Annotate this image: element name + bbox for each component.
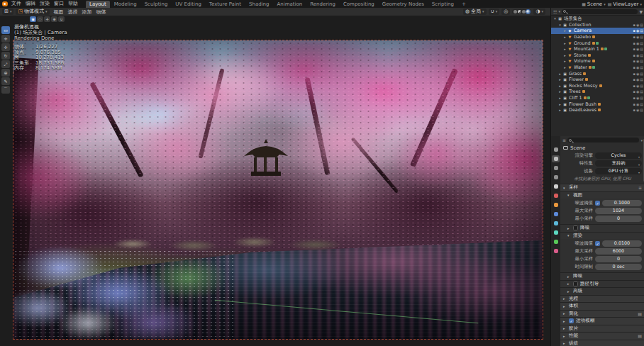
checkbox-icon[interactable]: ▪ xyxy=(633,108,635,112)
annotate-tool-button[interactable]: ✎ xyxy=(1,77,10,85)
properties-tab-world[interactable] xyxy=(552,192,560,199)
eye-icon[interactable]: ◉ xyxy=(636,65,639,69)
properties-tab-physics[interactable] xyxy=(552,229,560,236)
workspace-tab-rendering[interactable]: Rendering xyxy=(306,1,339,8)
editor-type-button[interactable]: ⊞ ▾ xyxy=(2,9,13,15)
eye-icon[interactable]: ◉ xyxy=(636,53,639,57)
properties-editor[interactable]: ≡ ▾ Scene 渲染引擎 Cycles ▾ xyxy=(551,136,644,346)
render-engine-dropdown[interactable]: Cycles ▾ xyxy=(595,152,642,159)
outliner-row-场景集合[interactable]: ▾▦场景集合 xyxy=(551,16,644,22)
wireframe-shading-icon[interactable] xyxy=(513,10,517,13)
transform-orientation-dropdown[interactable]: ◍ 全局 ▾ xyxy=(463,9,487,15)
section-路径引导[interactable]: ▸路径引导 xyxy=(560,280,644,288)
snap-button[interactable]: ∪ ▾ xyxy=(489,9,500,15)
chevron-right-icon[interactable]: ▸ xyxy=(557,108,562,112)
outliner-row-mountain-1[interactable]: ▸▼Mountain 1▪◉▤ xyxy=(551,46,644,52)
viewport-3d[interactable]: ⊞ ▾ ◳ 物体模式 ▾ 视图选择添加物体 ◍ 全局 ▾ ∪ ▾ xyxy=(0,8,550,346)
max-samples-slider[interactable]: 6000 xyxy=(595,248,642,255)
viewport-menu-3[interactable]: 物体 xyxy=(94,9,109,16)
chevron-right-icon[interactable]: ▸ xyxy=(557,96,562,100)
checkbox-icon[interactable]: ▪ xyxy=(633,84,635,88)
outliner-row-volume[interactable]: ▸▼Volume▪◉▤ xyxy=(551,58,644,65)
section-简化[interactable]: ▸简化▤ xyxy=(560,310,644,318)
topbar-menu-3[interactable]: 窗口 xyxy=(52,0,66,8)
section-sampling[interactable]: ▾ 采样 ≡ xyxy=(560,184,644,191)
denoise-checkbox[interactable] xyxy=(573,225,578,230)
properties-tab-material[interactable] xyxy=(552,247,560,255)
max-samples-slider[interactable]: 1024 xyxy=(595,208,642,214)
preset-menu-icon[interactable]: ≡ xyxy=(638,185,642,190)
noise-threshold-slider[interactable]: 0.1000 xyxy=(602,200,642,206)
properties-tab-view-layer[interactable] xyxy=(552,174,560,181)
workspace-tab--[interactable]: + xyxy=(458,1,470,8)
chevron-right-icon[interactable]: ▸ xyxy=(557,77,562,82)
eye-icon[interactable]: ◉ xyxy=(636,35,639,39)
camera-restrict-icon[interactable]: ▤ xyxy=(640,59,643,63)
workspace-tab-shading[interactable]: Shading xyxy=(245,1,272,8)
eye-icon[interactable]: ◉ xyxy=(636,89,639,94)
checkbox-icon[interactable]: ▪ xyxy=(633,47,635,51)
outliner-row-deadleaves[interactable]: ▸▣DeadLeaves▪◉▤ xyxy=(551,107,644,113)
topbar-menu-2[interactable]: 渲染 xyxy=(38,0,52,8)
camera-restrict-icon[interactable]: ▤ xyxy=(640,102,643,106)
view-layer-selector[interactable]: ▤ ViewLayer ▾ xyxy=(608,1,642,7)
section-options-icon[interactable]: ▤ xyxy=(638,311,642,316)
outliner-row-water[interactable]: ▸▼Water▪◉▤ xyxy=(551,65,644,71)
noise-threshold-slider[interactable]: 0.0100 xyxy=(602,240,642,247)
outliner-row-ground[interactable]: ▸▼Ground▪◉▤ xyxy=(551,40,644,46)
camera-render-view[interactable] xyxy=(13,40,543,340)
checkbox-icon[interactable]: ▪ xyxy=(633,65,635,69)
section-viewport-denoise[interactable]: ▸ 降噪 xyxy=(560,224,644,232)
cursor-tool-icon[interactable]: ✛ xyxy=(44,16,50,22)
rendered-shading-icon[interactable] xyxy=(526,10,530,13)
camera-restrict-icon[interactable]: ▤ xyxy=(640,89,643,94)
camera-restrict-icon[interactable]: ▤ xyxy=(640,108,643,112)
properties-search[interactable] xyxy=(567,138,639,143)
checkbox-icon[interactable]: ▪ xyxy=(633,53,635,57)
chevron-right-icon[interactable]: ▸ xyxy=(562,65,567,69)
gizmo-tool-icon[interactable]: ⊕ xyxy=(51,16,57,22)
outliner-row-collection[interactable]: ▾▣Collection▪◉▤ xyxy=(551,22,644,28)
workspace-tab-modeling[interactable]: Modeling xyxy=(111,1,140,8)
section-高级[interactable]: ▸高级 xyxy=(560,287,644,295)
eye-icon[interactable]: ◉ xyxy=(636,96,639,100)
camera-restrict-icon[interactable]: ▤ xyxy=(640,41,643,45)
outliner-row-cliff-1[interactable]: ▸▣Cliff 1▪◉▤ xyxy=(551,95,644,101)
checkbox-icon[interactable]: ▪ xyxy=(633,41,635,45)
workspace-tab-sculpting[interactable]: Sculpting xyxy=(141,1,172,8)
properties-tab-particles[interactable] xyxy=(552,220,560,227)
camera-restrict-icon[interactable]: ▤ xyxy=(640,28,643,33)
outliner-row-camera[interactable]: ▸◆Camera▪◉▤ xyxy=(551,28,644,34)
section-运动模糊[interactable]: ▸✓运动模糊 xyxy=(560,317,644,325)
transform-tool-button[interactable]: ⊕ xyxy=(1,69,10,77)
scale-tool-button[interactable]: ⤢ xyxy=(1,60,10,68)
chevron-right-icon[interactable]: ▸ xyxy=(557,72,562,76)
viewport-menu-1[interactable]: 选择 xyxy=(66,9,80,16)
feature-set-dropdown[interactable]: 支持的 ▾ xyxy=(595,160,642,167)
chevron-right-icon[interactable]: ▸ xyxy=(562,41,567,45)
checkbox-icon[interactable]: ▪ xyxy=(633,89,635,94)
eye-icon[interactable]: ◉ xyxy=(636,84,639,88)
properties-filter-icon[interactable]: ≡ xyxy=(562,138,566,143)
outliner-row-flower-bush[interactable]: ▸▣Flower Bush▪◉▤ xyxy=(551,101,644,107)
section-options-icon[interactable]: ▤ xyxy=(638,333,642,338)
properties-tab-output[interactable] xyxy=(552,164,560,172)
outliner-search[interactable] xyxy=(562,9,638,14)
section-胶片[interactable]: ▸胶片 xyxy=(560,325,644,333)
overlays-button[interactable]: ◑ ▾ xyxy=(533,9,545,15)
rotate-tool-button[interactable]: ↻ xyxy=(1,52,10,60)
camera-restrict-icon[interactable]: ▤ xyxy=(640,53,643,57)
section-光程[interactable]: ▸光程 xyxy=(560,295,644,303)
snap-tool-icon[interactable]: ∪ xyxy=(58,16,65,22)
camera-restrict-icon[interactable]: ▤ xyxy=(640,72,643,76)
section-降噪[interactable]: ▸降噪 xyxy=(560,272,644,280)
outliner-editor[interactable]: ☷ ▾ ▼ ▾▦场景集合▾▣Collection▪◉▤▸◆Camera▪◉▤▸▼… xyxy=(551,8,644,136)
eye-icon[interactable]: ◉ xyxy=(636,77,639,82)
material-shading-icon[interactable] xyxy=(522,10,526,13)
chevron-right-icon[interactable]: ▸ xyxy=(557,102,562,106)
workspace-tab-layout[interactable]: Layout xyxy=(86,1,110,8)
eye-icon[interactable]: ◉ xyxy=(636,72,639,76)
workspace-tab-scripting[interactable]: Scripting xyxy=(428,1,457,8)
checkbox-icon[interactable]: ▪ xyxy=(633,102,635,106)
min-samples-slider[interactable]: 0 xyxy=(595,256,642,262)
